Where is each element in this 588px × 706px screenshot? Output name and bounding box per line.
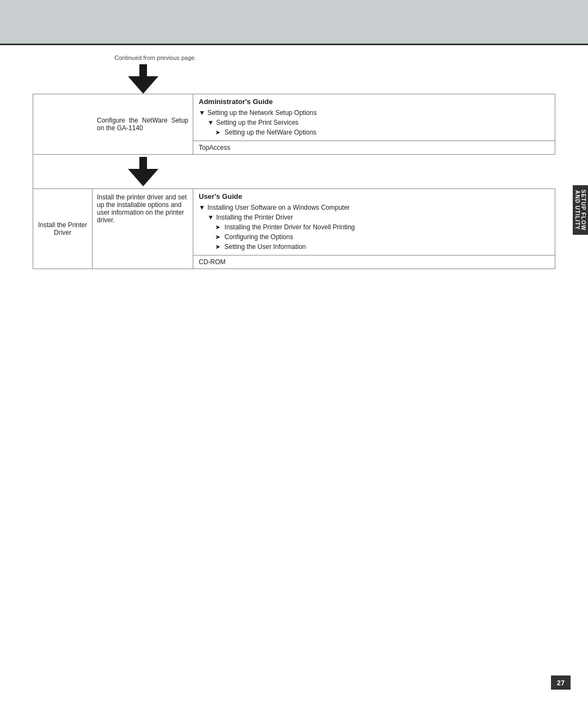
ref-footer-netware: TopAccess xyxy=(193,141,555,154)
ref-title-netware: Administrator's Guide xyxy=(199,98,549,106)
left-cell-empty xyxy=(33,94,93,155)
ref-item-i0: ▼ Installing User Software on a Windows … xyxy=(199,203,549,212)
ref-cell-install: User's Guide ▼ Installing User Software … xyxy=(193,188,555,269)
bullet-icon-1: ▼ xyxy=(207,118,214,127)
flow-row-netware: Configure the NetWare Setup on the GA-11… xyxy=(33,94,555,155)
desc-cell-netware: Configure the NetWare Setup on the GA-11… xyxy=(93,94,193,155)
ref-inner-install: User's Guide ▼ Installing User Software … xyxy=(193,189,555,255)
ref-inner-netware: Administrator's Guide ▼ Setting up the N… xyxy=(193,94,555,141)
side-tab: SETUP FLOW AND UTILITY xyxy=(573,185,588,235)
bullet-icon-2: ➤ xyxy=(215,127,220,137)
flow-row-install: Install the Printer Driver Install the p… xyxy=(33,188,555,269)
page-number: 27 xyxy=(551,675,571,690)
continued-label: Continued from previous page. xyxy=(114,54,555,61)
down-arrow-2 xyxy=(128,157,158,186)
bullet-icon-i0: ▼ xyxy=(199,203,205,212)
top-band xyxy=(0,0,588,44)
top-divider-line xyxy=(0,44,588,45)
ref-title-install: User's Guide xyxy=(199,192,549,200)
side-tab-line2: AND UTILITY xyxy=(574,190,580,230)
main-content: Continued from previous page. Configure … xyxy=(33,54,555,269)
arrow-top xyxy=(93,64,193,94)
ref-cell-netware: Administrator's Guide ▼ Setting up the N… xyxy=(193,94,555,155)
side-tab-line1: SETUP FLOW xyxy=(580,190,586,230)
ref-item-0: ▼ Setting up the Network Setup Options xyxy=(199,108,549,118)
ref-item-i4: ➤ Setting the User Information xyxy=(199,242,549,252)
down-arrow-1 xyxy=(128,64,158,94)
desc-cell-install: Install the printer driver and set up th… xyxy=(93,188,193,269)
left-cell-arrow xyxy=(33,155,93,188)
step-cell-install: Install the Printer Driver xyxy=(33,188,93,269)
ref-item-i2: ➤ Installing the Printer Driver for Nove… xyxy=(199,222,549,232)
bullet-icon-0: ▼ xyxy=(199,108,205,118)
ref-item-i3: ➤ Configuring the Options xyxy=(199,232,549,242)
ref-footer-install: CD-ROM xyxy=(193,255,555,269)
arrow-middle xyxy=(93,155,193,188)
bullet-icon-i2: ➤ xyxy=(215,222,220,232)
ref-item-i1: ▼ Installing the Printer Driver xyxy=(199,212,549,222)
arrow-spacer-row xyxy=(33,155,555,188)
bullet-icon-i3: ➤ xyxy=(215,232,220,242)
ref-item-1: ▼ Setting up the Print Services xyxy=(199,118,549,127)
bullet-icon-i4: ➤ xyxy=(215,242,220,252)
ref-item-2: ➤ Setting up the NetWare Options xyxy=(199,127,549,137)
bullet-icon-i1: ▼ xyxy=(207,212,214,222)
